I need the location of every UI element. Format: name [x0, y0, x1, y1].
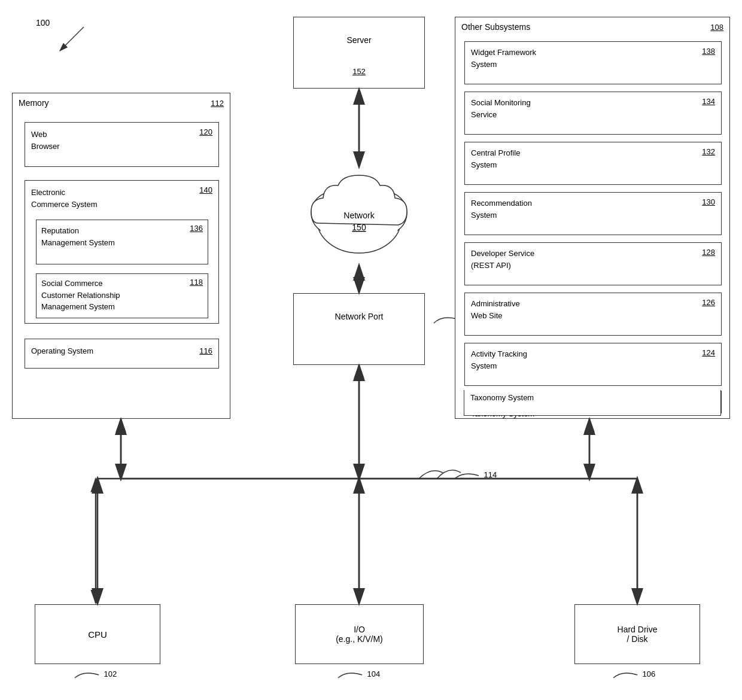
ecommerce-box: ElectronicCommerce System 140 Reputation…: [25, 180, 219, 324]
central-profile-label: Central ProfileSystem: [471, 147, 520, 171]
svg-line-15: [60, 27, 84, 51]
server-ref: 152: [352, 67, 366, 76]
os-box: Operating System 116: [25, 339, 219, 369]
hard-drive-box: Hard Drive/ Disk: [574, 604, 700, 664]
io-ref: 104: [335, 669, 380, 681]
svg-text:150: 150: [352, 223, 366, 232]
social-commerce-box: Social CommerceCustomer RelationshipMana…: [36, 273, 208, 318]
social-commerce-ref: 118: [190, 278, 203, 287]
reputation-ref: 136: [190, 224, 203, 233]
memory-label: Memory: [19, 98, 49, 108]
diagram: 100 Memory 112 WebBrowser 120 Electronic…: [0, 0, 742, 700]
hard-drive-label: Hard Drive/ Disk: [618, 625, 658, 644]
other-subsystems-label: Other Subsystems: [461, 22, 530, 32]
network-cloud: Network 150: [293, 160, 425, 265]
recommendation-box: RecommendationSystem 130: [464, 192, 722, 235]
io-box: I/O(e.g., K/V/M): [295, 604, 424, 664]
ref-100-arrow: [54, 24, 90, 54]
other-subsystems-ref: 108: [710, 22, 723, 32]
recommendation-ref: 130: [702, 197, 715, 206]
recommendation-label: RecommendationSystem: [471, 197, 532, 221]
ecommerce-label: ElectronicCommerce System: [31, 187, 98, 210]
web-browser-label: WebBrowser: [31, 129, 60, 152]
admin-web-label: AdministrativeWeb Site: [471, 298, 520, 321]
tagging-box-2: Taxonomy System: [464, 390, 721, 416]
admin-web-box: AdministrativeWeb Site 126: [464, 293, 722, 336]
web-browser-box: WebBrowser 120: [25, 122, 219, 167]
server-label: Server: [346, 35, 371, 45]
memory-box: Memory 112 WebBrowser 120 ElectronicComm…: [12, 93, 230, 419]
svg-text:Network: Network: [343, 211, 375, 220]
os-label: Operating System: [31, 346, 93, 355]
admin-web-ref: 126: [702, 298, 715, 307]
developer-service-label: Developer Service(REST API): [471, 248, 534, 271]
activity-tracking-box: Activity TrackingSystem 124: [464, 343, 722, 386]
social-monitoring-box: Social MonitoringService 134: [464, 92, 722, 135]
social-commerce-label: Social CommerceCustomer RelationshipMana…: [41, 278, 120, 313]
widget-framework-box: Widget FrameworkSystem 138: [464, 41, 722, 84]
cpu-box: CPU: [35, 604, 160, 664]
cpu-ref: 102: [72, 669, 117, 681]
io-label: I/O(e.g., K/V/M): [336, 625, 383, 644]
other-subsystems-box: Other Subsystems 108 Widget FrameworkSys…: [455, 17, 730, 419]
reputation-box: ReputationManagement System 136: [36, 220, 208, 264]
tagging-label-2: Taxonomy System: [470, 392, 534, 403]
widget-framework-ref: 138: [702, 47, 715, 56]
reputation-label: ReputationManagement System: [41, 225, 115, 248]
memory-ref: 112: [211, 98, 224, 108]
activity-tracking-ref: 124: [702, 348, 715, 357]
main-ref-number: 100: [36, 18, 50, 28]
developer-service-box: Developer Service(REST API) 128: [464, 242, 722, 285]
os-ref: 116: [199, 346, 212, 355]
central-profile-box: Central ProfileSystem 132: [464, 142, 722, 185]
network-port-box: Network Port: [293, 293, 425, 365]
social-monitoring-ref: 134: [702, 97, 715, 106]
network-port-label: Network Port: [335, 312, 384, 321]
hard-drive-ref: 106: [610, 669, 655, 681]
social-monitoring-label: Social MonitoringService: [471, 97, 531, 120]
cpu-label: CPU: [88, 629, 107, 640]
web-browser-ref: 120: [199, 127, 212, 136]
bus-ref-label: 114: [452, 470, 497, 482]
main-ref-label: 100: [36, 18, 50, 28]
ecommerce-ref: 140: [199, 185, 212, 194]
central-profile-ref: 132: [702, 147, 715, 156]
widget-framework-label: Widget FrameworkSystem: [471, 47, 536, 70]
activity-tracking-label: Activity TrackingSystem: [471, 348, 527, 372]
server-box: Server 152: [293, 17, 425, 89]
developer-service-ref: 128: [702, 248, 715, 257]
